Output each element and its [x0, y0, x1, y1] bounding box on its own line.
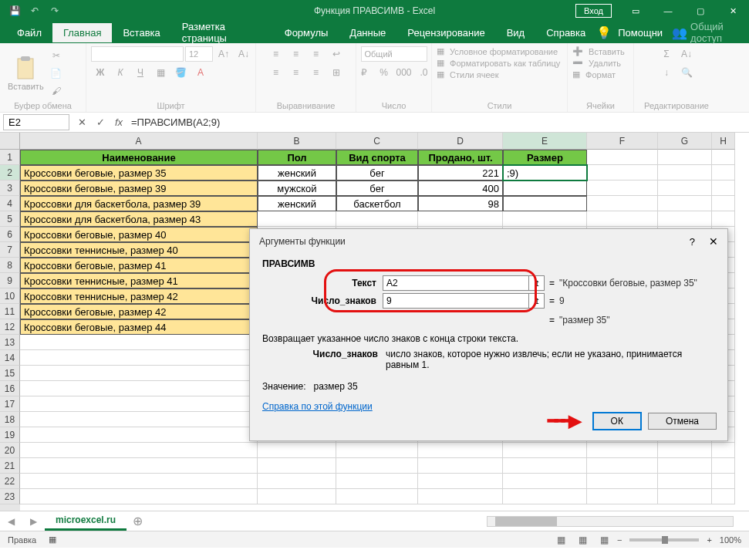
font-size-combo[interactable] [185, 46, 213, 62]
fx-icon[interactable]: fx [110, 116, 128, 128]
tab-data[interactable]: Данные [339, 23, 396, 42]
tab-review[interactable]: Рецензирование [396, 23, 495, 42]
function-help-link[interactable]: Справка по этой функции [262, 401, 373, 412]
row-header[interactable]: 18 [0, 412, 20, 427]
col-header[interactable]: A [20, 133, 258, 150]
align-bottom-icon[interactable]: ≡ [307, 46, 326, 62]
range-picker-icon[interactable]: ↥ [529, 275, 545, 291]
cell[interactable] [587, 211, 658, 227]
bold-button[interactable]: Ж [91, 65, 110, 80]
cell[interactable]: 98 [418, 196, 503, 211]
cell[interactable]: Кроссовки беговые, размер 41 [20, 258, 258, 273]
cell[interactable]: Кроссовки беговые, размер 35 [20, 165, 258, 180]
cell[interactable]: бег [336, 165, 418, 180]
align-top-icon[interactable]: ≡ [267, 46, 285, 62]
cell[interactable]: Кроссовки теннисные, размер 40 [20, 242, 258, 258]
col-header[interactable]: D [418, 133, 503, 150]
cell[interactable] [258, 474, 336, 489]
cell[interactable] [258, 443, 336, 458]
fill-color-icon[interactable]: 🪣 [171, 65, 190, 80]
cell[interactable] [712, 489, 735, 504]
cell[interactable]: женский [258, 165, 336, 180]
cell[interactable]: мужской [258, 180, 336, 196]
cell[interactable] [587, 196, 658, 211]
underline-button[interactable]: Ч [131, 65, 150, 80]
cell[interactable]: Кроссовки теннисные, размер 41 [20, 273, 258, 288]
find-icon[interactable]: 🔍 [677, 65, 696, 80]
cell[interactable]: женский [258, 196, 336, 211]
cell[interactable] [587, 165, 658, 180]
row-header[interactable]: 16 [0, 381, 20, 396]
cell[interactable]: бег [336, 180, 418, 196]
cell[interactable] [20, 443, 258, 458]
cancel-formula-icon[interactable]: ✕ [73, 116, 91, 128]
row-header[interactable]: 7 [0, 242, 20, 258]
cell[interactable] [658, 489, 712, 504]
cell[interactable]: 221 [418, 165, 503, 180]
cell[interactable] [658, 165, 712, 180]
insert-cells-button[interactable]: ➕ Вставить [572, 46, 625, 56]
cell[interactable] [336, 443, 418, 458]
cell[interactable] [20, 458, 258, 474]
row-header[interactable]: 6 [0, 227, 20, 242]
maximize-icon[interactable]: ▢ [684, 0, 717, 22]
row-header[interactable]: 1 [0, 150, 20, 165]
zoom-in-icon[interactable]: + [707, 535, 711, 545]
cell[interactable]: Кроссовки беговые, размер 42 [20, 304, 258, 319]
dialog-help-icon[interactable]: ? [690, 236, 695, 248]
tab-formulas[interactable]: Формулы [274, 23, 339, 42]
paste-button[interactable]: Вставить [5, 52, 47, 94]
zoom-level[interactable]: 100% [720, 535, 741, 545]
row-header[interactable]: 21 [0, 458, 20, 474]
zoom-out-icon[interactable]: − [617, 535, 622, 545]
cell[interactable] [658, 458, 712, 474]
select-all-corner[interactable] [0, 133, 20, 150]
cell[interactable] [20, 474, 258, 489]
horizontal-scrollbar[interactable] [487, 516, 734, 527]
cell[interactable] [418, 474, 503, 489]
merge-icon[interactable]: ⊞ [327, 65, 346, 80]
cell[interactable] [418, 211, 503, 227]
normal-view-icon[interactable]: ▦ [552, 532, 571, 548]
tab-home[interactable]: Главная [52, 23, 112, 42]
formula-input[interactable]: =ПРАВСИМВ(A2;9) [128, 115, 749, 130]
cell[interactable] [658, 211, 712, 227]
header-cell[interactable]: Вид спорта [336, 150, 418, 165]
autosum-icon[interactable]: Σ [657, 46, 676, 62]
cell[interactable] [20, 366, 258, 381]
tab-view[interactable]: Вид [496, 23, 536, 42]
arg-text-input[interactable] [383, 275, 529, 291]
range-picker-icon[interactable]: ↥ [529, 293, 545, 309]
sheet-nav-next-icon[interactable]: ▶ [22, 516, 45, 527]
tab-help[interactable]: Справка [535, 23, 596, 42]
cell[interactable] [336, 489, 418, 504]
decrease-font-icon[interactable]: A↓ [234, 46, 253, 62]
cell[interactable] [20, 335, 258, 350]
arg-numchars-input[interactable] [383, 293, 529, 309]
cell[interactable] [258, 489, 336, 504]
cell[interactable] [503, 489, 587, 504]
undo-icon[interactable]: ↶ [26, 2, 43, 19]
font-color-icon[interactable]: A [191, 65, 210, 80]
cell[interactable]: Кроссовки беговые, размер 40 [20, 227, 258, 242]
format-cells-button[interactable]: ▦ Формат [572, 69, 616, 79]
row-header[interactable]: 12 [0, 319, 20, 335]
cell[interactable]: Кроссовки беговые, размер 39 [20, 180, 258, 196]
row-header[interactable]: 4 [0, 196, 20, 211]
cell[interactable] [503, 443, 587, 458]
row-header[interactable]: 15 [0, 366, 20, 381]
col-header[interactable]: E [503, 133, 587, 150]
cell[interactable] [658, 443, 712, 458]
cell[interactable] [20, 350, 258, 366]
add-sheet-icon[interactable]: ⊕ [127, 514, 149, 528]
cell[interactable] [587, 150, 658, 165]
redo-icon[interactable]: ↷ [46, 2, 63, 19]
sheet-nav-prev-icon[interactable]: ◀ [0, 516, 22, 527]
cell[interactable] [587, 489, 658, 504]
cell[interactable] [503, 196, 587, 211]
accept-formula-icon[interactable]: ✓ [91, 116, 110, 128]
cell[interactable] [418, 458, 503, 474]
border-icon[interactable]: ▦ [151, 65, 170, 80]
cell[interactable] [712, 180, 735, 196]
cell[interactable] [20, 427, 258, 443]
